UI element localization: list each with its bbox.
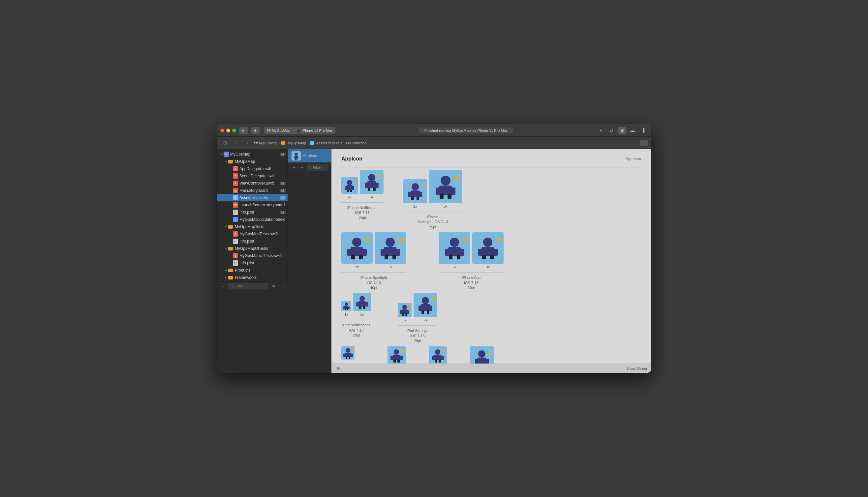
sidebar-item-mygpsmap-root[interactable]: ⚙ MyGpsMap M — [217, 151, 288, 158]
sidebar-item-info-plist-1[interactable]: PL Info.plist M — [217, 209, 288, 216]
icon-box-notification-3x[interactable] — [360, 170, 383, 194]
svg-rect-35 — [436, 187, 440, 195]
source-control-button[interactable]: ⊕ — [270, 283, 277, 289]
svg-rect-126 — [439, 359, 441, 363]
add-file-button[interactable]: + — [220, 283, 226, 289]
sidebar-item-mygpsmapuitests-swift[interactable]: S MyGpsMapUITests.swift — [217, 252, 288, 259]
debug-button[interactable]: ▬ — [628, 127, 637, 134]
bc-xcassets[interactable]: Assets.xcassets — [310, 141, 342, 145]
scale-label-ipad-settings-2x: 2x — [423, 318, 428, 322]
svg-rect-28 — [419, 192, 422, 197]
zoom-button[interactable] — [232, 129, 236, 132]
minimize-button[interactable] — [226, 129, 230, 132]
sidebar-label-frameworks: Frameworks — [235, 275, 285, 280]
show-all-button[interactable]: ⊞ — [279, 283, 285, 289]
icon-box-settings-2x[interactable] — [403, 179, 427, 203]
disclosure-frameworks[interactable] — [224, 275, 228, 280]
code-review-button[interactable]: ⇄ — [607, 127, 616, 134]
disclosure-products[interactable] — [224, 268, 228, 272]
svg-rect-101 — [421, 311, 424, 314]
icon-box-partial-3[interactable] — [429, 346, 447, 364]
show-slicing-button[interactable]: Show Slicing — [626, 367, 647, 370]
disclosure-mygpsmaptests[interactable] — [224, 225, 228, 229]
sidebar-item-mygpsmapuitests[interactable]: MyGpsMapUITests — [217, 245, 288, 252]
navigator-button[interactable]: ▣ — [617, 127, 627, 134]
sidebar-label-assets-xcassets: Assets.xcassets — [239, 196, 280, 200]
add-button[interactable]: + — [596, 127, 605, 134]
icon-box-spotlight-3x[interactable] — [375, 232, 406, 264]
divider-ipad-settings — [398, 325, 437, 326]
icon-box-partial-4[interactable] — [470, 346, 494, 364]
disclosure-empty-9 — [228, 232, 233, 236]
disclosure-mygpsmap-root[interactable] — [219, 152, 224, 157]
scale-label-ipad-settings-1x: 1x — [403, 318, 407, 322]
bc-mygpsmap[interactable]: 🗺 MyGpsMap — [254, 141, 277, 145]
icon-box-spotlight-2x[interactable] — [341, 232, 373, 264]
inspector-toggle-button[interactable]: ⊡ — [640, 140, 648, 146]
section-label-notification: iPhone NotificationiOS 7-1320pt — [341, 205, 383, 221]
disclosure-mygpsmapuitests[interactable] — [224, 246, 228, 251]
sidebar-item-scenedelegate[interactable]: S SceneDelegate.swift — [217, 172, 288, 180]
scheme-name: MyGpsMap — [272, 129, 290, 132]
sidebar-item-viewcontroller[interactable]: S ViewController.swift M — [217, 180, 288, 187]
asset-panel-toggle-button[interactable]: ⊟ — [335, 365, 342, 372]
bc-mygpsmap-2[interactable]: MyGpsMap — [281, 141, 306, 145]
sidebar-label-mygpsmapuitests: MyGpsMapUITests — [235, 246, 285, 251]
icon-box-app-2x[interactable] — [439, 232, 470, 264]
sidebar-item-info-plist-3[interactable]: PL Info.plist — [217, 259, 288, 267]
xcode-window: ▶ ■ 🗺 MyGpsMap › 📱 iPhone 11 Pro Max Fin… — [217, 124, 651, 373]
icon-box-ipad-settings-2x[interactable] — [414, 293, 437, 317]
grid-view-button[interactable]: ⊞ — [220, 139, 229, 147]
icon-section-ipad-settings: 1x — [398, 293, 437, 343]
icon-box-partial-1[interactable] — [341, 346, 354, 359]
sidebar-label-launchscreen: LaunchScreen.storyboard — [239, 203, 285, 207]
icon-box-settings-3x[interactable] — [429, 170, 462, 203]
icon-cell-settings-3x: 3x — [429, 170, 462, 209]
sidebar-item-appdelegate[interactable]: S AppDelegate.swift — [217, 165, 288, 172]
add-asset-button[interactable]: + — [291, 164, 297, 171]
asset-item-appicon[interactable]: AppIcon — [288, 149, 331, 162]
disclosure-mygpsmap-group[interactable] — [224, 159, 228, 164]
sidebar-item-mygpsmaptests[interactable]: MyGpsMapTests — [217, 223, 288, 230]
scheme-selector[interactable]: 🗺 MyGpsMap › 📱 iPhone 11 Pro Max — [264, 127, 336, 134]
icon-box-ipad-notif-2x[interactable] — [353, 293, 371, 311]
svg-point-89 — [402, 305, 407, 310]
sidebar-item-info-plist-2[interactable]: PL Info.plist — [217, 238, 288, 245]
svg-rect-52 — [396, 249, 400, 256]
svg-rect-38 — [448, 194, 451, 199]
icon-box-notification-2x[interactable] — [341, 177, 358, 194]
icon-pair-ipad-settings: 1x — [398, 293, 437, 323]
nav-back-button[interactable]: ‹ — [232, 139, 241, 147]
swift-icon-scenedelegate: S — [233, 173, 238, 179]
sidebar-item-assets-xcassets[interactable]: A Assets.xcassets M — [217, 194, 288, 201]
folder-icon-tests — [228, 225, 233, 229]
svg-rect-11 — [345, 186, 347, 190]
icon-box-ipad-settings-1x[interactable] — [398, 303, 411, 317]
icon-box-partial-2[interactable] — [388, 346, 406, 364]
sidebar-item-mygpsmap-group[interactable]: MyGpsMap — [217, 158, 288, 165]
play-button[interactable]: ▶ — [239, 127, 248, 134]
sidebar-item-main-storyboard[interactable]: SB Main.storyboard M — [217, 187, 288, 194]
asset-editor-title: AppIcon — [341, 156, 362, 162]
sidebar-item-frameworks[interactable]: Frameworks — [217, 274, 288, 281]
project-icon: ⚙ — [224, 152, 229, 157]
icon-box-ipad-notif-1x[interactable] — [341, 301, 351, 311]
sidebar-item-xcdatamodel[interactable]: D MyGpsMap.xcdatamodeld — [217, 216, 288, 223]
svg-rect-21 — [368, 187, 370, 191]
nav-forward-button[interactable]: › — [243, 139, 252, 147]
inspector-button[interactable]: ▐ — [639, 127, 648, 134]
remove-asset-button[interactable]: − — [299, 164, 305, 171]
icon-section-iphone-spotlight: 2x — [341, 232, 406, 290]
sidebar-item-mygpsmaptests-swift[interactable]: S MyGpsMapTests.swift — [217, 230, 288, 238]
bc-current: No Selection — [346, 141, 366, 145]
xcassets-icon: A — [233, 195, 238, 200]
sidebar-item-products[interactable]: Products — [217, 267, 288, 274]
icon-box-app-3x[interactable] — [472, 232, 504, 264]
close-button[interactable] — [220, 129, 224, 132]
svg-rect-124 — [441, 356, 444, 360]
swift-icon-uitests: S — [233, 253, 238, 258]
sidebar-item-launchscreen[interactable]: SB LaunchScreen.storyboard — [217, 201, 288, 209]
sidebar-label-products: Products — [235, 268, 285, 272]
stop-button[interactable]: ■ — [251, 127, 260, 134]
asset-list-panel: AppIcon — [288, 149, 331, 162]
